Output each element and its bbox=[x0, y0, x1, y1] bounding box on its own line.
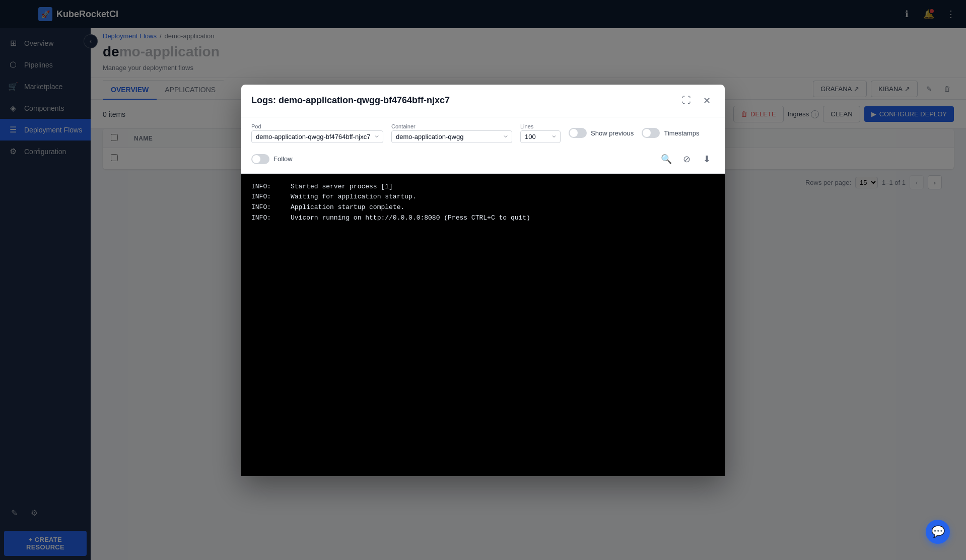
timestamps-toggle-group: Timestamps bbox=[642, 128, 699, 138]
log-line: INFO: Uvicorn running on http://0.0.0.0:… bbox=[251, 213, 715, 224]
lines-control-group: Lines 100 200 500 bbox=[520, 123, 561, 143]
log-action-buttons: 🔍 ⊘ ⬇ bbox=[658, 151, 715, 167]
show-previous-toggle-group: Show previous bbox=[569, 128, 634, 138]
modal-header: Logs: demo-application-qwgg-bf4764bff-nj… bbox=[241, 85, 725, 117]
log-line: INFO: Waiting for application startup. bbox=[251, 192, 715, 202]
timestamps-label: Timestamps bbox=[664, 129, 699, 137]
log-line: INFO: Started server process [1] bbox=[251, 182, 715, 192]
log-download-button[interactable]: ⬇ bbox=[699, 151, 715, 167]
modal-header-actions: ⛶ ✕ bbox=[678, 93, 715, 109]
lines-select[interactable]: 100 200 500 bbox=[520, 130, 561, 143]
chat-fab[interactable]: 💬 bbox=[926, 520, 950, 544]
pod-select[interactable]: demo-application-qwgg-bf4764bff-njxc7 bbox=[251, 130, 383, 143]
log-filter-button[interactable]: ⊘ bbox=[678, 151, 695, 167]
log-search-button[interactable]: 🔍 bbox=[658, 151, 674, 167]
modal-expand-button[interactable]: ⛶ bbox=[678, 93, 695, 109]
show-previous-label: Show previous bbox=[591, 129, 634, 137]
modal-overlay[interactable]: Logs: demo-application-qwgg-bf4764bff-nj… bbox=[0, 0, 966, 560]
modal-close-button[interactable]: ✕ bbox=[699, 93, 715, 109]
container-label: Container bbox=[391, 123, 512, 129]
modal-controls: Pod demo-application-qwgg-bf4764bff-njxc… bbox=[241, 117, 725, 174]
show-previous-toggle[interactable] bbox=[569, 128, 587, 138]
follow-label: Follow bbox=[273, 155, 293, 163]
timestamps-toggle[interactable] bbox=[642, 128, 660, 138]
container-control-group: Container demo-application-qwgg bbox=[391, 123, 512, 143]
modal-title: Logs: demo-application-qwgg-bf4764bff-nj… bbox=[251, 95, 450, 106]
log-line: INFO: Application startup complete. bbox=[251, 202, 715, 213]
pod-control-group: Pod demo-application-qwgg-bf4764bff-njxc… bbox=[251, 123, 383, 143]
logs-modal: Logs: demo-application-qwgg-bf4764bff-nj… bbox=[241, 85, 725, 476]
lines-label: Lines bbox=[520, 123, 561, 129]
follow-toggle-group: Follow bbox=[251, 154, 293, 164]
container-select[interactable]: demo-application-qwgg bbox=[391, 130, 512, 143]
pod-label: Pod bbox=[251, 123, 383, 129]
log-area: INFO: Started server process [1]INFO: Wa… bbox=[241, 174, 725, 476]
follow-toggle[interactable] bbox=[251, 154, 269, 164]
